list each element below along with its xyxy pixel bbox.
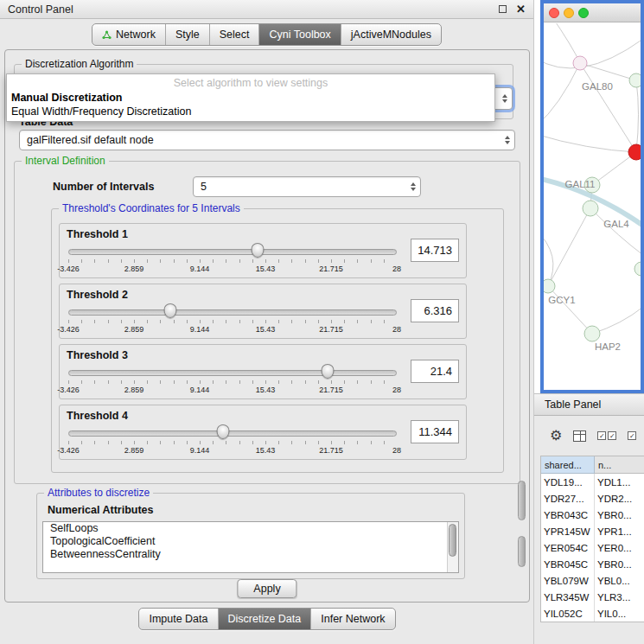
minimize-traffic-light[interactable] [564, 8, 574, 18]
algorithm-dropdown-popup: Select algorithm to view settings Manual… [6, 73, 495, 122]
network-node[interactable] [544, 279, 555, 293]
table-row[interactable]: YPR145WYPR1... [541, 523, 644, 539]
tab-discretize-data[interactable]: Discretize Data [218, 609, 311, 629]
tab-network[interactable]: Network [92, 24, 165, 45]
slider-thumb[interactable] [252, 243, 265, 258]
close-icon[interactable]: ✕ [516, 3, 526, 15]
table-cell: YDR2... [595, 490, 644, 507]
select-rows-icon[interactable]: ✓ [628, 431, 636, 440]
list-item[interactable]: BetweennessCentrality [43, 548, 458, 561]
table-row[interactable]: YLR345WYLR3... [541, 589, 644, 605]
threshold-2-slider[interactable]: -3.426 2.859 9.144 15.43 21.715 28 [68, 303, 397, 336]
list-item[interactable]: TopologicalCoefficient [43, 535, 458, 548]
table-data-combobox[interactable]: galFiltered.sif default node [19, 130, 515, 150]
table-row[interactable]: YDR27...YDR2... [541, 490, 644, 507]
threshold-4-value-field[interactable]: 11.344 [411, 420, 459, 443]
slider-tick-labels: -3.426 2.859 9.144 15.43 21.715 28 [68, 265, 397, 274]
tab-impute-data[interactable]: Impute Data [139, 609, 217, 629]
dropdown-placeholder-option[interactable]: Select algorithm to view settings [7, 76, 494, 91]
tab-style[interactable]: Style [165, 24, 209, 45]
control-panel-tabbar: Network Style Select Cyni Toolbox jActiv… [0, 23, 533, 46]
network-canvas[interactable]: GAL80 GAL11 GAL4 GCY1 HAP2 [544, 23, 641, 390]
network-node-selected-red[interactable] [628, 144, 641, 160]
list-scrollbar[interactable] [447, 522, 458, 572]
apply-button[interactable]: Apply [237, 579, 296, 598]
tab-infer-network[interactable]: Infer Network [310, 609, 394, 629]
network-node[interactable] [583, 201, 598, 216]
table-cell: YDR27... [541, 490, 595, 507]
control-panel-window: Control Panel ✕ Network Style Select Cyn… [0, 0, 534, 644]
table-cell: YBR043C [541, 507, 595, 523]
tick-label: 21.715 [319, 265, 343, 273]
tab-style-label: Style [175, 29, 200, 41]
tick-label: -3.426 [57, 265, 80, 273]
close-traffic-light[interactable] [549, 8, 559, 18]
network-node[interactable] [629, 73, 641, 87]
threshold-1-slider[interactable]: -3.426 2.859 9.144 15.43 21.715 28 [68, 243, 397, 276]
columns-icon[interactable] [573, 430, 586, 442]
list-item[interactable]: SelfLoops [43, 522, 458, 535]
table-cell: YIL052C [541, 605, 595, 622]
table-row[interactable]: YER054CYER0... [541, 539, 644, 556]
slider-track[interactable] [68, 430, 397, 437]
threshold-3-label: Threshold 3 [67, 349, 128, 361]
threshold-3-value-field[interactable]: 21.4 [411, 360, 459, 383]
tick-label: 2.859 [124, 325, 144, 334]
table-row[interactable]: YDL19...YDL1... [541, 474, 644, 490]
network-node-label: GCY1 [548, 295, 575, 305]
bottom-tab-segment: Impute Data Discretize Data Infer Networ… [138, 608, 395, 630]
slider-track[interactable] [68, 249, 397, 255]
table-panel-header[interactable]: Table Panel [534, 393, 644, 416]
table-row[interactable]: YIL052CYIL0... [541, 605, 644, 622]
tab-select[interactable]: Select [209, 24, 259, 45]
slider-track[interactable] [68, 309, 397, 316]
numerical-attributes-list[interactable]: SelfLoops TopologicalCoefficient Between… [42, 521, 459, 573]
threshold-2-value-field[interactable]: 6.316 [411, 299, 459, 322]
dropdown-option-manual-discretization[interactable]: Manual Discretization [7, 91, 494, 105]
tab-jactivemodules[interactable]: jActiveMNodules [341, 24, 441, 45]
threshold-4-slider[interactable]: -3.426 2.859 9.144 15.43 21.715 28 [68, 424, 397, 457]
table-row[interactable]: YBL079WYBL0... [541, 572, 644, 589]
network-node[interactable] [584, 326, 600, 341]
table-row[interactable]: YBR043CYBR0... [541, 507, 644, 523]
number-of-intervals-label: Number of Intervals [53, 181, 154, 193]
table-row[interactable]: YBR045CYBR0... [541, 556, 644, 572]
slider-thumb[interactable] [322, 364, 335, 379]
table-cell: YPR1... [595, 523, 644, 539]
threshold-3-slider[interactable]: -3.426 2.859 9.144 15.43 21.715 28 [68, 364, 397, 397]
slider-thumb[interactable] [216, 424, 229, 439]
network-window-titlebar [544, 3, 641, 22]
dropdown-option-equal-width-frequency[interactable]: Equal Width/Frequency Discretization [7, 105, 494, 118]
tick-label: 15.43 [256, 265, 276, 273]
tab-infer-network-label: Infer Network [321, 613, 385, 625]
slider-track[interactable] [68, 370, 397, 376]
slider-tickmarks [68, 441, 397, 444]
column-header-name[interactable]: n... [595, 456, 644, 474]
float-window-icon[interactable] [499, 5, 507, 13]
panel-scrollbar-thumb[interactable] [518, 481, 526, 520]
combo-arrows-icon [411, 182, 416, 191]
network-node[interactable] [573, 56, 587, 70]
list-scrollbar-thumb[interactable] [449, 524, 456, 557]
thresholds-group-title: Threshold's Coordinates for 5 Intervals [59, 202, 244, 214]
select-columns-icon[interactable]: ✓✓ [597, 431, 616, 440]
tab-cyni-toolbox[interactable]: Cyni Toolbox [258, 24, 340, 45]
network-view-window[interactable]: GAL80 GAL11 GAL4 GCY1 HAP2 [540, 0, 644, 393]
threshold-4-label: Threshold 4 [67, 410, 128, 422]
number-of-intervals-combobox[interactable]: 5 [193, 176, 421, 197]
thresholds-group: Threshold's Coordinates for 5 Intervals … [51, 208, 504, 473]
tick-label: -3.426 [57, 325, 80, 334]
panel-scrollbar-thumb[interactable] [518, 536, 526, 567]
interval-definition-group-title: Interval Definition [22, 155, 109, 167]
threshold-2-panel: Threshold 2 -3.426 2.859 9.144 15.43 21.… [59, 284, 467, 339]
table-cell: YBR0... [595, 507, 644, 523]
slider-thumb[interactable] [163, 303, 176, 318]
tick-label: 15.43 [256, 446, 276, 455]
column-header-shared-name[interactable]: shared... [541, 456, 595, 474]
zoom-traffic-light[interactable] [578, 8, 589, 18]
threshold-1-value-field[interactable]: 14.713 [411, 239, 459, 262]
network-tab-icon [102, 30, 112, 40]
attributes-group-title: Attributes to discretize [44, 487, 153, 499]
gear-icon[interactable]: ⚙ [550, 429, 562, 443]
network-node[interactable] [634, 262, 641, 276]
